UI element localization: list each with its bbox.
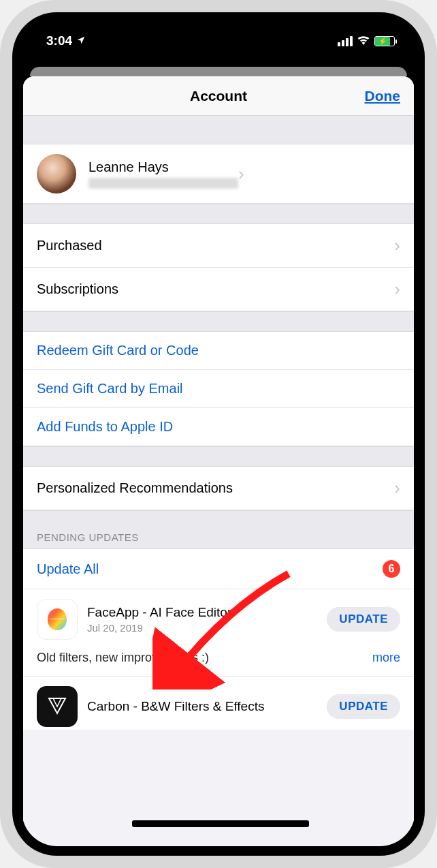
add-funds-row[interactable]: Add Funds to Apple ID: [23, 408, 414, 446]
battery-icon: ⚡: [374, 36, 395, 46]
app-name: FaceApp - AI Face Editor: [87, 605, 317, 621]
page-title: Account: [190, 88, 247, 104]
done-button[interactable]: Done: [365, 88, 401, 104]
app-name: Carbon - B&W Filters & Effects: [87, 699, 317, 715]
profile-name: Leanne Hays: [88, 159, 238, 175]
app-icon: [37, 599, 78, 640]
profile-row[interactable]: Leanne Hays ›: [23, 144, 414, 204]
app-row-carbon[interactable]: Carbon - B&W Filters & Effects UPDATE: [23, 677, 414, 730]
row-label: Add Funds to Apple ID: [37, 419, 400, 435]
chevron-right-icon: ›: [238, 164, 244, 185]
section-gap: [23, 116, 414, 144]
section-gap: [23, 204, 414, 224]
nav-bar: Account Done: [23, 76, 414, 116]
app-date: Jul 20, 2019: [87, 622, 317, 634]
section-gap: [23, 311, 414, 332]
device-bezel: 3:04 ⚡: [12, 12, 425, 856]
row-label: Redeem Gift Card or Code: [37, 343, 400, 358]
screen: 3:04 ⚡: [22, 22, 415, 846]
update-all-row[interactable]: Update All 6: [23, 548, 414, 589]
status-time: 3:04: [46, 33, 72, 48]
app-release-notes: Old filters, new improvements :): [37, 651, 209, 665]
cellular-signal-icon: [338, 36, 353, 46]
chevron-right-icon: ›: [394, 478, 400, 499]
redeem-gift-row[interactable]: Redeem Gift Card or Code: [23, 332, 414, 370]
subscriptions-row[interactable]: Subscriptions ›: [23, 268, 414, 311]
update-button[interactable]: UPDATE: [327, 607, 400, 632]
row-label: Purchased: [37, 238, 394, 253]
pending-count-badge: 6: [383, 560, 400, 578]
chevron-right-icon: ›: [394, 235, 400, 256]
update-button[interactable]: UPDATE: [327, 694, 400, 719]
purchased-row[interactable]: Purchased ›: [23, 224, 414, 268]
location-arrow-icon: [76, 33, 86, 48]
wifi-icon: [357, 33, 370, 48]
profile-email-blurred: [88, 178, 238, 189]
account-sheet: Account Done Leanne Hays › Purchased ›: [23, 76, 414, 846]
sheet-underlay: [30, 67, 407, 76]
row-label: Send Gift Card by Email: [37, 381, 400, 397]
row-label: Subscriptions: [37, 281, 394, 297]
pending-updates-header: PENDING UPDATES: [23, 510, 414, 548]
app-icon: [37, 686, 78, 727]
chevron-right-icon: ›: [394, 279, 400, 300]
avatar: [37, 154, 76, 193]
notch: [140, 22, 297, 46]
send-gift-row[interactable]: Send Gift Card by Email: [23, 370, 414, 408]
section-gap: [23, 446, 414, 467]
personalized-row[interactable]: Personalized Recommendations ›: [23, 467, 414, 510]
device-frame: 3:04 ⚡: [0, 0, 437, 868]
update-all-label: Update All: [37, 561, 99, 577]
redaction-bar: [132, 820, 309, 827]
app-row-faceapp[interactable]: FaceApp - AI Face Editor Jul 20, 2019 UP…: [23, 589, 414, 677]
more-link[interactable]: more: [372, 651, 400, 665]
row-label: Personalized Recommendations: [37, 480, 394, 496]
